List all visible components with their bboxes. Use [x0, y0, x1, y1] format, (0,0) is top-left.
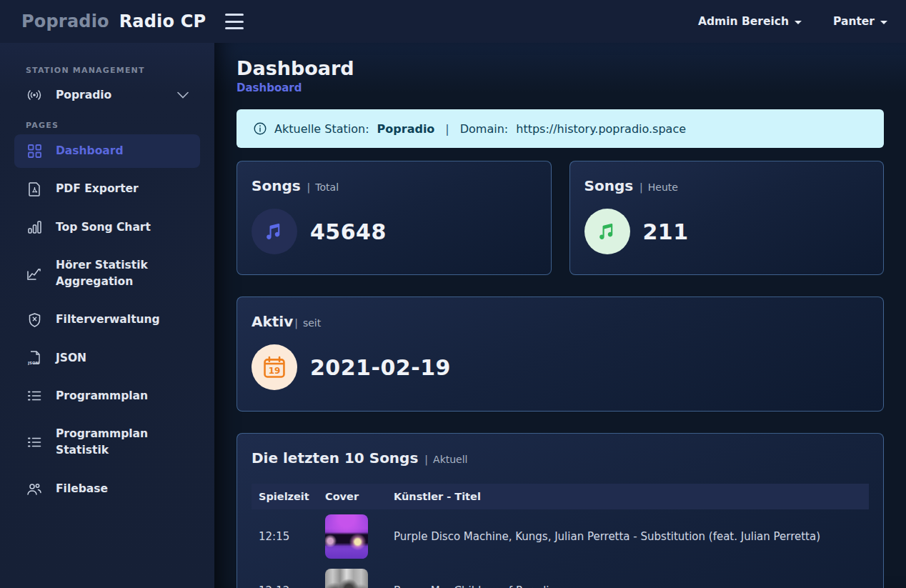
active-since-value: 2021-02-19	[310, 355, 451, 380]
station-info-alert: Aktuelle Station: Popradio | Domain: htt…	[237, 109, 884, 148]
station-selector[interactable]: Popradio	[14, 79, 200, 111]
card-title: Songs	[252, 177, 301, 194]
sidebar-item-label: PDF Exporter	[56, 181, 139, 197]
table-header-row: Spielzeit Cover Künstler - Titel	[252, 484, 869, 509]
songs-today-value: 211	[643, 219, 689, 244]
alert-domain-label: Domain:	[460, 122, 508, 136]
card-subtitle: Heute	[648, 181, 678, 193]
sidebar-item-label: Hörer Statistik Aggregation	[56, 257, 189, 291]
card-subtitle: Aktuell	[433, 454, 467, 465]
user-name-label: Panter	[833, 15, 875, 28]
sidebar-item-label: Filebase	[56, 481, 108, 497]
info-icon	[254, 122, 267, 135]
calendar-icon: 19	[252, 344, 297, 390]
chevron-down-icon	[880, 21, 887, 24]
sidebar-item-programmplan[interactable]: Programmplan	[14, 379, 200, 413]
breadcrumb[interactable]: Dashboard	[237, 81, 302, 94]
last-songs-table: Spielzeit Cover Künstler - Titel 12:15 P…	[252, 484, 869, 588]
pipe-separator: |	[307, 181, 311, 193]
table-row[interactable]: 12:15 Purple Disco Machine, Kungs, Julia…	[252, 509, 869, 564]
pdf-file-icon	[26, 182, 43, 196]
songs-total-value: 45648	[310, 219, 387, 244]
sidebar-item-label: Top Song Chart	[56, 219, 151, 236]
song-title: Boney M. - Children of Paradise	[387, 564, 869, 588]
alert-station-name: Popradio	[377, 122, 435, 136]
sidebar-item-label: Dashboard	[56, 143, 124, 159]
alert-separator: |	[445, 122, 449, 136]
song-time: 12:15	[252, 509, 318, 564]
sidebar-section-pages: PAGES	[26, 121, 189, 130]
user-dropdown[interactable]: Panter	[833, 15, 887, 28]
column-header-cover: Cover	[318, 484, 387, 509]
song-time: 12:12	[252, 564, 318, 588]
card-title: Die letzten 10 Songs	[252, 449, 418, 467]
alert-station-label: Aktuelle Station:	[274, 122, 369, 136]
sidebar: STATION MANAGEMENT Popradio PAGES	[0, 43, 214, 588]
line-chart-icon	[26, 267, 43, 280]
svg-text:JSON: JSON	[28, 361, 39, 365]
sidebar-item-label: JSON	[56, 350, 86, 367]
shield-x-icon	[26, 313, 43, 327]
broadcast-icon	[26, 89, 43, 101]
brand-logo[interactable]: Popradio Radio CP	[21, 11, 225, 31]
sidebar-item-programmplan-statistik[interactable]: Programmplan Statistik	[14, 417, 200, 468]
card-title: Aktiv	[252, 313, 293, 330]
top-navbar: Popradio Radio CP Admin Bereich Panter	[0, 0, 906, 43]
sidebar-item-label: Programmplan Statistik	[56, 426, 189, 459]
admin-area-label: Admin Bereich	[698, 15, 789, 28]
album-cover-image	[325, 514, 368, 559]
brand-light: Popradio	[21, 11, 109, 31]
active-since-card: Aktiv | seit 19 2021-02-19	[237, 297, 884, 412]
list-icon	[26, 390, 43, 402]
column-header-kuenstler-titel: Künstler - Titel	[387, 484, 869, 509]
main-content: Dashboard Dashboard Aktuelle Station: Po…	[214, 43, 906, 588]
svg-text:19: 19	[269, 366, 281, 376]
songs-total-card: Songs | Total 45648	[237, 161, 552, 275]
song-title: Purple Disco Machine, Kungs, Julian Perr…	[387, 509, 869, 564]
music-note-icon	[584, 209, 630, 254]
last-songs-card: Die letzten 10 Songs | Aktuell Spielzeit…	[237, 433, 884, 588]
album-cover-image	[325, 569, 368, 588]
page-title: Dashboard	[237, 57, 884, 79]
json-file-icon: JSON	[26, 351, 43, 365]
list-icon	[26, 437, 43, 448]
music-note-icon	[252, 209, 297, 254]
pipe-separator: |	[639, 181, 643, 193]
sidebar-section-station-management: STATION MANAGEMENT	[26, 66, 189, 75]
card-subtitle: Total	[315, 181, 339, 193]
station-name: Popradio	[56, 89, 111, 101]
songs-today-card: Songs | Heute 211	[569, 161, 885, 275]
sidebar-item-filebase[interactable]: Filebase	[14, 472, 200, 506]
hamburger-menu-icon[interactable]	[225, 14, 244, 29]
sidebar-item-top-song-chart[interactable]: Top Song Chart	[14, 211, 200, 244]
card-subtitle: seit	[303, 317, 321, 329]
sidebar-item-pdf-exporter[interactable]: PDF Exporter	[14, 172, 200, 206]
sidebar-item-label: Programmplan	[56, 388, 148, 404]
chevron-down-icon	[795, 21, 802, 24]
bar-chart-icon	[26, 221, 43, 234]
table-row[interactable]: 12:12 Boney M. - Children of Paradise	[252, 564, 869, 588]
card-title: Songs	[584, 177, 634, 194]
sidebar-item-filterverwaltung[interactable]: Filterverwaltung	[14, 303, 200, 337]
pipe-separator: |	[424, 454, 428, 465]
alert-domain-value: https://history.popradio.space	[516, 122, 686, 136]
sidebar-item-label: Filterverwaltung	[56, 312, 160, 328]
sidebar-item-hoerer-statistik[interactable]: Hörer Statistik Aggregation	[14, 249, 200, 299]
brand-bold: Radio CP	[119, 11, 206, 31]
users-icon	[26, 483, 43, 495]
sidebar-item-dashboard[interactable]: Dashboard	[14, 134, 200, 168]
column-header-spielzeit: Spielzeit	[252, 484, 318, 509]
chevron-down-icon	[177, 91, 189, 99]
grid-icon	[26, 144, 43, 158]
pipe-separator: |	[294, 317, 298, 329]
admin-area-dropdown[interactable]: Admin Bereich	[698, 15, 802, 28]
sidebar-nav: Dashboard PDF Exporter Top Song Chart	[14, 134, 200, 506]
sidebar-item-json[interactable]: JSON JSON	[14, 342, 200, 375]
